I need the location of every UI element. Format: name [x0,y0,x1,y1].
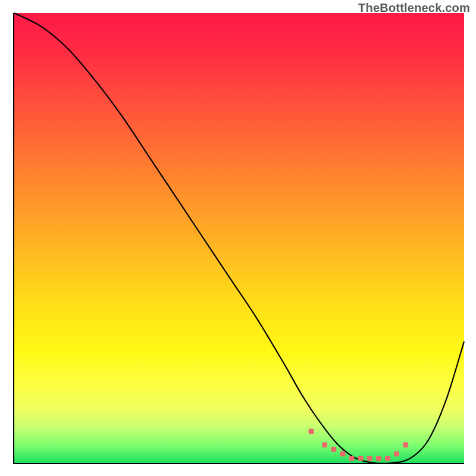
marker-dot [322,442,327,447]
watermark-text: TheBottleneck.com [358,1,470,15]
optimal-range-dots [308,429,408,461]
marker-dot [331,447,336,452]
marker-dot [340,451,345,456]
chart-svg [14,13,464,463]
marker-dot [358,456,364,461]
marker-dot [385,456,390,461]
marker-dot [367,456,372,461]
marker-dot [376,456,381,461]
marker-dot [394,451,399,456]
bottleneck-curve [14,13,464,464]
marker-dot [349,456,355,461]
chart-plot-area [13,13,464,464]
marker-dot [308,429,314,434]
marker-dot [403,442,408,447]
